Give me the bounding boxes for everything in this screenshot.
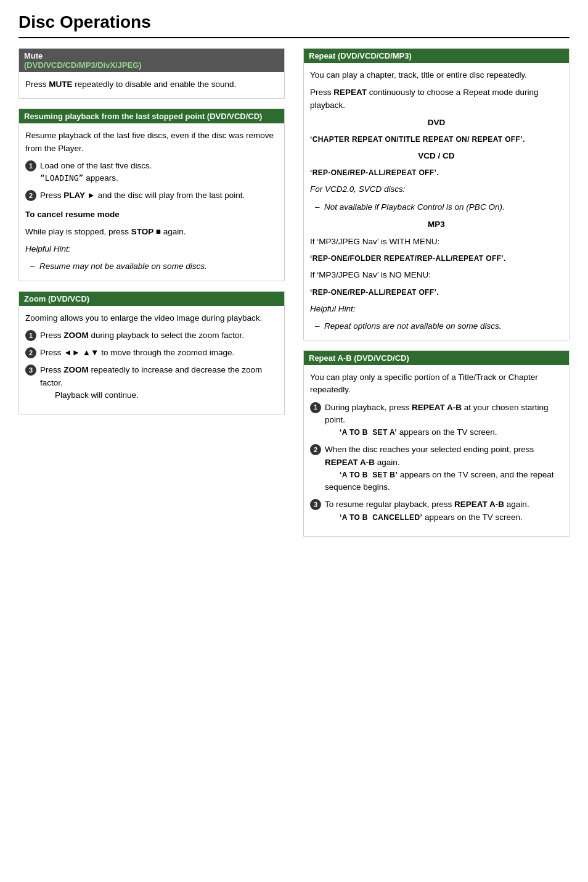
repeat-mp3-quote1: ‘REP-ONE/FOLDER REPEAT/REP-ALL/REPEAT OF… <box>310 253 563 264</box>
repeat-ab-header-text: Repeat A-B (DVD/VCD/CD) <box>309 353 409 363</box>
repeat-ab-header: Repeat A-B (DVD/VCD/CD) <box>304 351 569 365</box>
mute-body: Press MUTE repeatedly to disable and ena… <box>19 72 284 98</box>
mute-text: Press MUTE repeatedly to disable and ena… <box>25 78 278 91</box>
repeat-ab-body: You can play only a specific portion of … <box>304 365 569 536</box>
repeat-vcd-title: VCD / CD <box>310 150 563 162</box>
repeat-ab-step-1-num: 1 <box>310 402 321 413</box>
zoom-step-3-text: Press ZOOM repeatedly to increase and de… <box>40 364 278 402</box>
repeat-ab-intro: You can play only a specific portion of … <box>310 371 563 397</box>
resume-intro: Resume playback of the last five discs, … <box>25 130 278 155</box>
repeat-ab-step-1: 1 During playback, press REPEAT A-B at y… <box>310 402 563 439</box>
repeat-ab-step-1b: ‘A TO B SET A’ appears on the TV screen. <box>340 427 497 437</box>
repeat-ab-step-2: 2 When the disc reaches your selected en… <box>310 443 563 493</box>
resume-header-text: Resuming playback from the last stopped … <box>24 112 262 121</box>
repeat-body: You can play a chapter, track, title or … <box>304 63 569 340</box>
cancel-title: To cancel resume mode <box>25 208 278 221</box>
resume-step-2: 2 Press PLAY ► and the disc will play fr… <box>25 189 278 202</box>
zoom-intro: Zooming allows you to enlarge the video … <box>25 312 278 324</box>
repeat-mp3-title: MP3 <box>310 218 563 231</box>
resume-step-1: 1 Load one of the last five discs. “LOAD… <box>25 160 278 185</box>
repeat-ab-section: Repeat A-B (DVD/VCD/CD) You can play onl… <box>303 350 570 537</box>
mute-header: Mute (DVD/VCD/CD/MP3/DivX/JPEG) <box>19 49 284 72</box>
resume-section: Resuming playback from the last stopped … <box>18 109 285 281</box>
repeat-mp3-body1: If ‘MP3/JPEG Nav’ is WITH MENU: <box>310 236 563 248</box>
repeat-ab-step-2-num: 2 <box>310 444 321 455</box>
resume-step-2-text: Press PLAY ► and the disc will play from… <box>40 189 245 202</box>
repeat-dvd-quote: ‘CHAPTER REPEAT ON/TITLE REPEAT ON/ REPE… <box>310 134 563 145</box>
mute-title: Mute <box>24 51 43 60</box>
zoom-step-3: 3 Press ZOOM repeatedly to increase and … <box>25 364 278 402</box>
repeat-section: Repeat (DVD/VCD/CD/MP3) You can play a c… <box>303 48 570 340</box>
helpful-hint-label: Helpful Hint: <box>25 243 278 255</box>
repeat-hint-body: – Repeat options are not available on so… <box>315 320 563 332</box>
repeat-mp3-body2: If ‘MP3/JPEG Nav’ is NO MENU: <box>310 269 563 281</box>
repeat-ab-step-3-num: 3 <box>310 499 321 510</box>
zoom-step-1-text: Press ZOOM during playback to select the… <box>40 329 244 342</box>
zoom-step-1: 1 Press ZOOM during playback to select t… <box>25 329 278 342</box>
helpful-hint-body: – Resume may not be available on some di… <box>30 260 278 273</box>
step-2-num: 2 <box>25 190 36 201</box>
repeat-vcd-quote: ‘REP-ONE/REP-ALL/REPEAT OFF’. <box>310 167 563 178</box>
repeat-ab-step-3b: ‘A TO B CANCELLED’ appears on the TV scr… <box>340 513 523 522</box>
repeat-ab-step-3-text: To resume regular playback, press REPEAT… <box>325 498 529 524</box>
zoom-step-2: 2 Press ◄► ▲▼ to move through the zoomed… <box>25 347 278 359</box>
repeat-vcd-note-label: For VCD2.0, SVCD discs: <box>310 183 563 196</box>
zoom-step-2-num: 2 <box>25 347 36 358</box>
resume-body: Resume playback of the last five discs, … <box>19 123 284 280</box>
repeat-intro2: Press REPEAT continuously to choose a Re… <box>310 86 563 112</box>
resume-steps: 1 Load one of the last five discs. “LOAD… <box>25 160 278 202</box>
mute-section: Mute (DVD/VCD/CD/MP3/DivX/JPEG) Press MU… <box>18 48 285 99</box>
repeat-intro1: You can play a chapter, track, title or … <box>310 69 563 81</box>
zoom-body: Zooming allows you to enlarge the video … <box>19 306 284 414</box>
step-1-num: 1 <box>25 160 36 171</box>
resume-header: Resuming playback from the last stopped … <box>19 109 284 123</box>
repeat-ab-step-1-text: During playback, press REPEAT A-B at you… <box>325 402 563 439</box>
repeat-ab-steps: 1 During playback, press REPEAT A-B at y… <box>310 402 563 524</box>
repeat-vcd-note-body: – Not available if Playback Control is o… <box>315 201 563 213</box>
zoom-step-1-num: 1 <box>25 330 36 341</box>
zoom-step-3-num: 3 <box>25 365 36 376</box>
repeat-ab-step-2-text: When the disc reaches your selected endi… <box>325 443 563 493</box>
resume-step-1-text: Load one of the last five discs. “LOADIN… <box>40 160 152 185</box>
zoom-section: Zoom (DVD/VCD) Zooming allows you to enl… <box>18 291 285 415</box>
repeat-hint-label: Helpful Hint: <box>310 303 563 315</box>
repeat-header-text: Repeat (DVD/VCD/CD/MP3) <box>309 51 412 60</box>
zoom-steps: 1 Press ZOOM during playback to select t… <box>25 329 278 402</box>
cancel-body: While play is stopped, press STOP ■ agai… <box>25 226 278 238</box>
repeat-ab-step-2b: ‘A TO B SET B’ appears on the TV screen,… <box>325 470 554 492</box>
repeat-mp3-quote2: ‘REP-ONE/REP-ALL/REPEAT OFF’. <box>310 287 563 298</box>
zoom-header: Zoom (DVD/VCD) <box>19 292 284 306</box>
zoom-header-text: Zoom (DVD/VCD) <box>24 294 89 303</box>
mute-subtitle: (DVD/VCD/CD/MP3/DivX/JPEG) <box>24 60 142 70</box>
repeat-ab-step-3: 3 To resume regular playback, press REPE… <box>310 498 563 524</box>
repeat-dvd-title: DVD <box>310 117 563 129</box>
zoom-step-3b: Playback will continue. <box>55 390 139 400</box>
page-title: Disc Operations <box>18 12 570 38</box>
zoom-step-2-text: Press ◄► ▲▼ to move through the zoomed i… <box>40 347 234 359</box>
repeat-header: Repeat (DVD/VCD/CD/MP3) <box>304 49 569 63</box>
